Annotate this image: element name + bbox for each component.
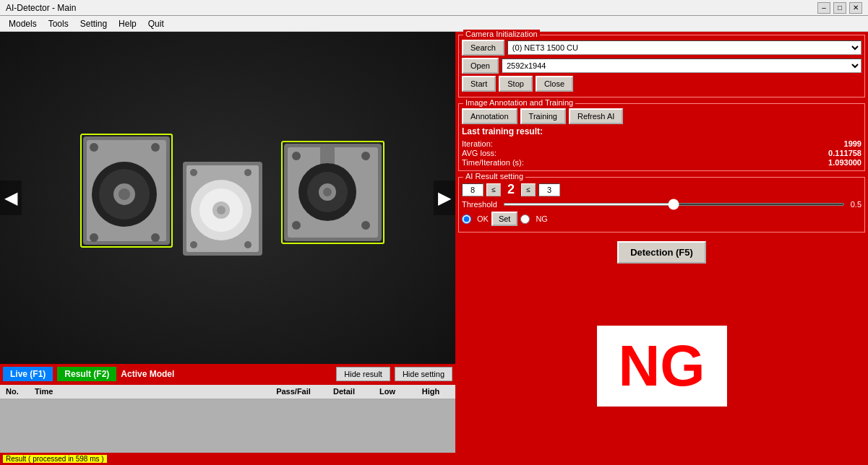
threshold-value: 0.5	[851, 200, 861, 209]
refresh-ai-button[interactable]: Refresh AI	[569, 108, 623, 124]
ai-input-row: ≤ 2 ≤	[462, 182, 861, 197]
ng-radio-group: NG	[520, 214, 548, 224]
svg-point-23	[292, 152, 301, 160]
start-button[interactable]: Start	[462, 76, 496, 92]
stop-button[interactable]: Stop	[499, 76, 533, 92]
iteration-row: Iteration: 1999	[462, 139, 861, 148]
col-passfail: Pass/Fail	[265, 387, 322, 396]
resolution-select[interactable]: 2592x1944	[502, 58, 861, 73]
ai-num-display: 2	[504, 182, 518, 197]
avgloss-value: 0.111758	[828, 149, 861, 157]
svg-point-31	[323, 188, 332, 196]
ng-radio[interactable]	[520, 214, 530, 224]
menu-quit[interactable]: Quit	[142, 17, 170, 30]
main-content: ◀ ▶	[0, 32, 868, 465]
camera-area: ◀ ▶	[0, 32, 455, 465]
open-button[interactable]: Open	[462, 58, 499, 74]
menu-models[interactable]: Models	[3, 17, 43, 30]
ng-label: NG	[536, 214, 548, 223]
training-results: Iteration: 1999 AVG loss: 0.111758 Time/…	[462, 139, 861, 167]
col-no: No.	[3, 387, 32, 396]
camera-select[interactable]: (0) NET3 1500 CU	[507, 40, 861, 55]
threshold-row: Threshold 0.5	[462, 200, 861, 209]
svg-point-2	[90, 143, 98, 152]
svg-point-5	[151, 233, 160, 242]
result-button[interactable]: Result (F2)	[57, 367, 116, 381]
camera-open-row: Open 2592x1944	[462, 58, 861, 74]
close-window-button[interactable]: ✕	[849, 2, 862, 14]
svg-point-13	[190, 169, 197, 176]
avgloss-row: AVG loss: 0.111758	[462, 149, 861, 157]
table-header: No. Time Pass/Fail Detail Low High	[0, 385, 455, 399]
timeiter-row: Time/Iteration (s): 1.093000	[462, 158, 861, 167]
camera-view: ◀ ▶	[0, 32, 455, 364]
camera-toolbar: Live (F1) Result (F2) Active Model Hide …	[0, 364, 455, 385]
ai-result-group: AI Result setting ≤ 2 ≤ Threshold 0.5 OK	[458, 177, 865, 232]
active-model-label: Active Model	[121, 369, 174, 379]
svg-point-16	[244, 241, 252, 248]
svg-point-15	[190, 241, 197, 248]
ai-result-title: AI Result setting	[463, 172, 525, 181]
camera-controls-row: Start Stop Close	[462, 76, 861, 92]
col-high: High	[409, 387, 452, 396]
nav-prev-button[interactable]: ◀	[0, 181, 22, 215]
results-table-area: No. Time Pass/Fail Detail Low High	[0, 385, 455, 453]
ai-input-1[interactable]	[462, 183, 484, 196]
annotation-group: Image Annotation and Training Annotation…	[458, 103, 865, 171]
col-time: Time	[32, 387, 104, 396]
detection-area: Detection (F5)	[458, 238, 865, 266]
right-panel: Camera Initialization Search (0) NET3 15…	[455, 32, 868, 465]
ng-display-area: NG	[458, 269, 865, 462]
nav-next-button[interactable]: ▶	[434, 181, 455, 215]
minimize-button[interactable]: –	[817, 2, 830, 14]
table-body	[0, 399, 455, 453]
ok-radio-group: OK	[462, 214, 489, 224]
training-button[interactable]: Training	[520, 108, 566, 124]
hide-setting-button[interactable]: Hide setting	[395, 367, 452, 381]
arrow-right-btn[interactable]: ≤	[521, 183, 536, 196]
svg-point-3	[151, 143, 160, 152]
set-button[interactable]: Set	[491, 212, 518, 226]
camera-background: ◀ ▶	[0, 32, 455, 364]
detection-button[interactable]: Detection (F5)	[617, 241, 706, 264]
col-low: Low	[366, 387, 409, 396]
menu-tools[interactable]: Tools	[43, 17, 74, 30]
svg-point-4	[90, 233, 98, 242]
titlebar-title: AI-Detector - Main	[6, 3, 817, 13]
menubar: Models Tools Setting Help Quit	[0, 16, 868, 32]
ok-ng-row: OK Set NG	[462, 212, 861, 226]
search-button[interactable]: Search	[462, 40, 504, 56]
threshold-slider[interactable]	[503, 203, 845, 206]
ai-input-2[interactable]	[538, 183, 560, 196]
status-text: Result ( processed in 598 ms )	[3, 455, 107, 463]
live-button[interactable]: Live (F1)	[3, 367, 53, 381]
timeiter-value: 1.093000	[828, 158, 861, 167]
svg-point-9	[119, 188, 130, 200]
col-detail: Detail	[322, 387, 366, 396]
ok-radio[interactable]	[462, 214, 471, 224]
ng-text: NG	[597, 326, 727, 407]
camera-init-title: Camera Initialization	[463, 30, 540, 38]
annotation-button[interactable]: Annotation	[462, 108, 517, 124]
arrow-left-btn[interactable]: ≤	[486, 183, 501, 196]
camera-search-row: Search (0) NET3 1500 CU	[462, 40, 861, 56]
svg-point-24	[361, 152, 370, 160]
caster-1	[80, 133, 173, 248]
hide-result-button[interactable]: Hide result	[336, 367, 390, 381]
titlebar-controls: – □ ✕	[817, 2, 862, 14]
svg-point-20	[217, 206, 225, 214]
menu-help[interactable]: Help	[113, 17, 142, 30]
ok-label: OK	[477, 214, 489, 223]
svg-point-26	[361, 221, 370, 230]
svg-point-14	[244, 169, 252, 176]
status-bar: Result ( processed in 598 ms )	[0, 453, 455, 465]
titlebar: AI-Detector - Main – □ ✕	[0, 0, 868, 16]
iteration-value: 1999	[844, 139, 861, 148]
caster-3	[280, 140, 385, 245]
camera-init-group: Camera Initialization Search (0) NET3 15…	[458, 35, 865, 97]
annotation-buttons-row: Annotation Training Refresh AI	[462, 108, 861, 124]
annotation-group-title: Image Annotation and Training	[463, 98, 575, 107]
maximize-button[interactable]: □	[833, 2, 846, 14]
close-button[interactable]: Close	[536, 76, 573, 92]
menu-setting[interactable]: Setting	[74, 17, 113, 30]
